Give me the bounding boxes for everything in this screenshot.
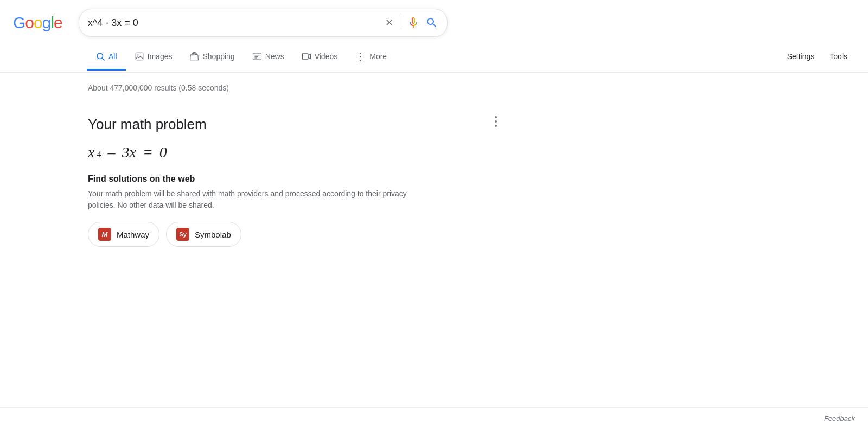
feedback-link[interactable]: Feedback [824,414,855,422]
all-icon [95,52,105,61]
logo-g2: g [42,14,51,32]
search-input[interactable] [88,17,376,29]
search-bar: ✕ [79,9,448,37]
tab-images[interactable]: Images [126,44,181,71]
results-count: About 477,000,000 results (0.58 seconds) [88,84,434,92]
search-bar-wrapper: ✕ [79,9,448,37]
find-solutions-desc: Your math problem will be shared with ma… [88,188,434,211]
svg-rect-2 [136,53,143,60]
more-icon: ⋮ [355,50,366,63]
tab-news-label: News [265,52,284,61]
tab-shopping[interactable]: Shopping [181,44,243,71]
mic-icon[interactable] [407,16,420,29]
search-bar-icons: ✕ [383,15,438,31]
three-dots-icon[interactable] [493,114,499,129]
symbolab-button[interactable]: Sy Symbolab [166,222,241,247]
images-icon [135,52,144,61]
nav-tabs: All Images Shopping News [0,42,868,73]
dot1 [495,116,497,118]
header: Google ✕ [0,0,868,42]
eq-3x: 3x [122,144,136,161]
nav-right: Settings Tools [780,44,868,70]
google-logo: Google [13,14,62,32]
tab-images-label: Images [148,52,173,61]
mathway-logo: M [98,228,111,241]
logo-o1: o [25,14,34,32]
eq-exp: 4 [97,150,101,159]
tab-shopping-label: Shopping [202,52,234,61]
svg-line-1 [102,58,104,60]
settings-link[interactable]: Settings [780,44,822,70]
solver-buttons: M Mathway Sy Symbolab [88,222,434,247]
logo-g: G [13,14,25,32]
svg-point-3 [137,54,138,55]
tab-all-label: All [108,52,117,61]
symbolab-logo: Sy [176,228,189,241]
math-card: Your math problem x4–3x=0 Find solutions… [88,105,434,258]
search-divider [401,16,401,29]
logo-o2: o [34,14,42,32]
eq-minus: – [107,144,115,161]
math-card-title: Your math problem [88,116,434,133]
eq-equals: = [143,144,153,161]
search-submit-icon[interactable] [425,16,438,29]
results-area: About 477,000,000 results (0.58 seconds)… [0,73,434,268]
math-card-menu[interactable] [493,114,499,129]
find-solutions-title: Find solutions on the web [88,174,434,184]
eq-zero: 0 [159,144,167,161]
svg-point-0 [97,53,103,59]
mathway-button[interactable]: M Mathway [88,222,159,247]
news-icon [252,52,262,61]
tab-more-label: More [369,52,387,61]
dot3 [495,125,497,127]
shopping-icon [189,52,199,61]
symbolab-label: Symbolab [195,230,231,239]
svg-rect-4 [253,53,261,60]
bottom-bar: Feedback [0,407,868,429]
videos-icon [302,52,311,61]
logo-e: e [54,14,62,32]
dot2 [495,120,497,123]
tools-link[interactable]: Tools [822,44,855,70]
tab-videos-label: Videos [315,52,338,61]
tab-news[interactable]: News [244,44,293,71]
clear-icon[interactable]: ✕ [383,15,395,31]
eq-x: x [88,144,94,161]
svg-rect-8 [302,54,308,60]
mathway-label: Mathway [117,230,149,239]
math-equation: x4–3x=0 [88,144,434,161]
tab-all[interactable]: All [87,44,126,71]
tab-videos[interactable]: Videos [293,44,347,71]
tab-more[interactable]: ⋮ More [346,42,395,72]
